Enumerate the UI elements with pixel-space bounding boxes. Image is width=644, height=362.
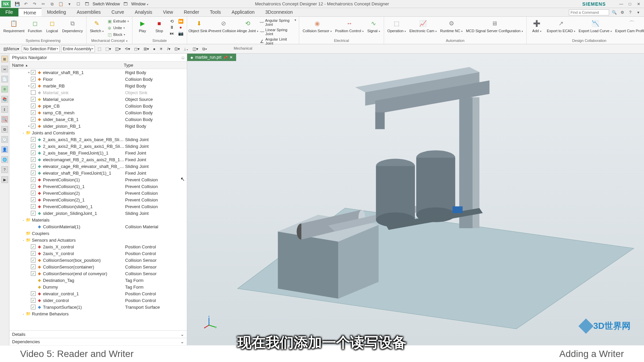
tree-row[interactable]: ✓◆slider_piston_SlidingJoint_1Sliding Jo… [9, 210, 187, 217]
close-button[interactable]: ✕ [635, 1, 642, 7]
rb-runtime-inspector-icon[interactable]: 🔍 [1, 116, 8, 123]
step-icon[interactable]: ⏭ [169, 30, 175, 36]
tb-icon-1[interactable]: ⬚ [96, 46, 103, 52]
tree-row[interactable]: ✓◆electromagnet_RB_2_axis_axis2_RB_1_Fix… [9, 156, 187, 163]
tree-row[interactable]: ✓◆slider_controlPosition Control [9, 297, 187, 304]
rb-video-icon[interactable]: ▶ [1, 176, 8, 183]
tree-row[interactable]: ✓◆PreventCollision(2)Prevent Collision [9, 190, 187, 196]
cut-icon[interactable]: ✂ [40, 1, 46, 7]
electronic-cam-button[interactable]: 📈Electronic Cam ▾ [409, 18, 437, 34]
col-header-name[interactable]: Name ▲ [12, 63, 124, 68]
tree-row[interactable]: ✓◆CollisionSensor(end of conveyor)Collis… [9, 270, 187, 277]
3d-viewport[interactable]: ◆ marble_run.prt 📌 ✕ [187, 54, 644, 345]
tree-row[interactable]: ✓◆PreventCollision(slider)_1Prevent Coll… [9, 203, 187, 210]
tree-row[interactable]: ✓◆ramp_CB_meshCollision Body [9, 109, 187, 116]
window-menu-label[interactable]: Window ▾ [131, 2, 148, 6]
tree-row[interactable]: ✓◆TransportSurface(1)Transport Surface [9, 304, 187, 310]
rb-dependency-icon[interactable]: ⧉ [1, 126, 8, 133]
tab-render[interactable]: Render [178, 8, 205, 16]
tb-icon-2[interactable]: ⬚▾ [104, 46, 112, 52]
tree-row[interactable]: ✓◆Material_sourceObject Source [9, 96, 187, 103]
export-ecad-button[interactable]: ↗Export to ECAD ▾ [546, 18, 576, 34]
requirement-button[interactable]: 📋Requirement [3, 18, 25, 34]
block-button[interactable]: ◫Block▾ [106, 32, 129, 38]
save-icon[interactable]: 💾 [14, 1, 20, 7]
tree-row[interactable]: ✓◆pipe_CBCollision Body [9, 103, 187, 109]
tb-icon-7[interactable]: ● [152, 46, 157, 52]
tree-row[interactable]: ◆CollisionMaterial(1)Collision Material [9, 223, 187, 230]
copy-icon[interactable]: ⧉ [49, 1, 55, 7]
tb-icon-10[interactable]: ⊡▾ [173, 46, 181, 52]
details-section[interactable]: Details⌄ [9, 330, 187, 338]
tree-row[interactable]: -📁Runtime Behaviors [9, 310, 187, 317]
prevent-collision-button[interactable]: ⊘Prevent Collision ▾ [211, 18, 237, 34]
tree-row[interactable]: +✓◆marble_RBRigid Body [9, 82, 187, 89]
operation-button[interactable]: ⬚Operation ▾ [387, 18, 407, 34]
rb-physics-navigator-icon[interactable]: ⚛ [1, 86, 8, 93]
minimize-ribbon-icon[interactable]: ▾ [635, 9, 641, 15]
rb-constraint-navigator-icon[interactable]: ⫘ [1, 66, 8, 72]
tree-row[interactable]: ✓◆elevator_control_1Position Control [9, 290, 187, 297]
qat-more-icon[interactable]: ▾ [66, 1, 72, 7]
redo-icon[interactable]: ↷ [32, 1, 38, 7]
stop-button[interactable]: ■Stop [152, 18, 167, 34]
rb-roles-icon[interactable]: 👤 [1, 146, 8, 153]
tb-icon-6[interactable]: ⊞▾ [142, 46, 150, 52]
ribbon-options-icon[interactable]: ⚙ [619, 9, 625, 15]
tb-icon-4[interactable]: ⟲▾ [123, 46, 131, 52]
pause-icon[interactable]: ⏸ [169, 24, 175, 30]
col-header-type[interactable]: Type [124, 63, 184, 68]
record-icon[interactable]: ● [177, 24, 184, 30]
switch-window-label[interactable]: Switch Window [93, 2, 120, 6]
hinge-joint-button[interactable]: ⟲Hinge Joint ▾ [238, 18, 257, 34]
tab-tools[interactable]: Tools [205, 8, 226, 16]
find-command-input[interactable] [569, 9, 609, 15]
tree-row[interactable]: ✓◆2_axis_base_RB_FixedJoint(1)_1Fixed Jo… [9, 149, 187, 156]
tb-icon-9[interactable]: /▾ [166, 46, 171, 52]
tab-modeling[interactable]: Modeling [42, 8, 71, 16]
extrude-button[interactable]: ▣Extrude▾ [106, 18, 129, 24]
export-cam-profile-button[interactable]: ⌒Export Cam Profile ▾ [614, 18, 644, 34]
selection-filter-dropdown[interactable]: No Selection Filter▾ [22, 46, 60, 52]
assembly-dropdown[interactable]: Entire Assembly▾ [61, 46, 95, 52]
position-control-button[interactable]: ↔Position Control ▾ [334, 18, 364, 34]
restart-icon[interactable]: ⟲ [169, 18, 175, 24]
panel-pin-icon[interactable]: □ [182, 56, 184, 60]
angular-limit-joint-button[interactable]: ∠Angular Limit Joint [259, 37, 292, 46]
tab-file[interactable]: File [0, 8, 18, 16]
tab-home[interactable]: Home [18, 8, 42, 16]
tree-row[interactable]: ✓◆FloorCollision Body [9, 76, 187, 82]
signal-button[interactable]: ∿Signal ▾ [366, 18, 381, 34]
add-button[interactable]: ➕Add ▾ [529, 18, 544, 34]
tree-row[interactable]: ✓◆2_axis_axis1_RB_2_axis_base_RB_Sliding… [9, 136, 187, 143]
tree-row[interactable]: ✓◆Material_sinkObject Sink [9, 89, 187, 96]
tab-analysis[interactable]: Analysis [129, 8, 158, 16]
tree-row[interactable]: ✓◆elevator_cage_RB_elevator_shaft_RB_Sli… [9, 163, 187, 170]
window-icon[interactable]: 🗔 [122, 1, 128, 7]
tab-3dconnexion[interactable]: 3Dconnexion [260, 8, 298, 16]
fast-fwd-icon[interactable]: ⏩ [177, 18, 184, 24]
tree-row[interactable]: 📁Couplers [9, 230, 187, 237]
tree-row[interactable]: +✓◆elevator_shaft_RB_1Rigid Body [9, 69, 187, 76]
tree-row[interactable]: ◆Destination_TagTag Form [9, 277, 187, 284]
snapshot-icon[interactable]: 📷 [177, 30, 184, 36]
linear-spring-joint-button[interactable]: 〰Linear Spring Joint [259, 27, 292, 36]
undo-icon[interactable]: ↶ [23, 1, 29, 7]
rb-reuse-library-icon[interactable]: 📚 [1, 96, 8, 103]
menu-button[interactable]: ▤ Menu ▾ [2, 46, 20, 52]
tab-curve[interactable]: Curve [106, 8, 129, 16]
angular-spring-joint-button[interactable]: 〰Angular Spring Joint [259, 18, 292, 27]
rb-part-navigator-icon[interactable]: 📄 [1, 76, 8, 82]
tree-row[interactable]: ✓◆2axis_X_controlPosition Control [9, 243, 187, 250]
restore-button[interactable]: □ [627, 1, 633, 7]
play-button[interactable]: ▶Play [135, 18, 150, 34]
tb-icon-8[interactable]: ☀ [158, 46, 164, 52]
tab-assemblies[interactable]: Assemblies [71, 8, 106, 16]
export-load-curve-button[interactable]: 📉Export Load Curve ▾ [578, 18, 612, 34]
unite-button[interactable]: ⊕Unite▾ [106, 25, 129, 31]
tree-row[interactable]: ✓◆CollisionSensor(container)Collision Se… [9, 263, 187, 270]
tree-row[interactable]: ✓◆PreventCollision(1)_1Prevent Collision [9, 183, 187, 190]
tree-row[interactable]: +✓◆slider_piston_RB_1Rigid Body [9, 123, 187, 129]
coordinate-system-icon[interactable]: z y x [204, 315, 217, 328]
tree-row[interactable]: -📁Joints and Constraints [9, 129, 187, 136]
